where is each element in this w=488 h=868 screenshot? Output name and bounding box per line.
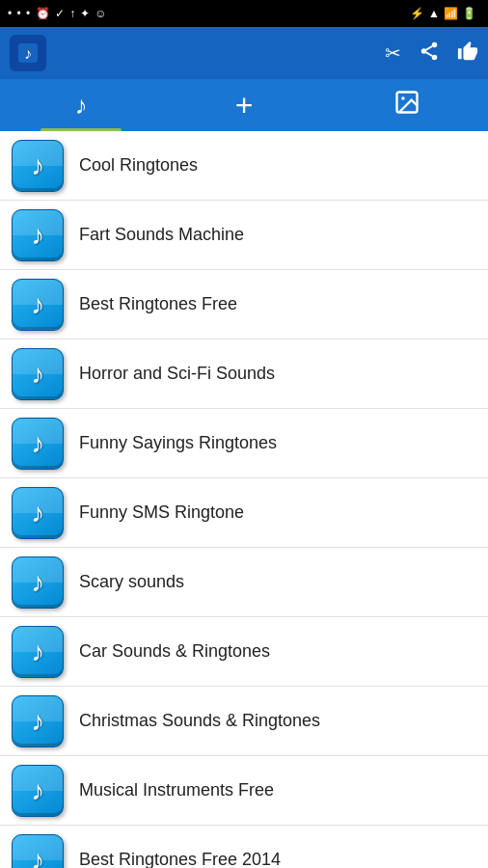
list-item[interactable]: ♪ Musical Instruments Free [0, 756, 488, 826]
item-label-7: Scary sounds [79, 572, 184, 592]
list-item[interactable]: ♪ Cool Ringtones [0, 131, 488, 201]
music-icon-box-4: ♪ [12, 348, 64, 400]
tab-image[interactable] [325, 79, 488, 131]
list-item[interactable]: ♪ Horror and Sci-Fi Sounds [0, 339, 488, 409]
title-bar: ♪ ✂ [0, 27, 488, 79]
music-tab-icon: ♪ [75, 91, 88, 121]
add-tab-icon: + [235, 88, 254, 123]
ringtone-list: ♪ Cool Ringtones ♪ Fart Sounds Machine ♪… [0, 131, 488, 868]
item-label-9: Christmas Sounds & Ringtones [79, 711, 320, 731]
list-item[interactable]: ♪ Fart Sounds Machine [0, 201, 488, 270]
share-button[interactable] [419, 41, 440, 67]
item-label-5: Funny Sayings Ringtones [79, 433, 277, 453]
music-icon-box-10: ♪ [12, 765, 64, 817]
svg-line-7 [426, 45, 432, 49]
app-icon-svg: ♪ [14, 40, 41, 67]
music-icon-box-5: ♪ [12, 418, 64, 470]
music-icon-box-3: ♪ [12, 279, 64, 331]
tab-add[interactable]: + [163, 79, 326, 131]
list-item[interactable]: ♪ Best Ringtones Free 2014 [0, 826, 488, 868]
music-note-icon: ♪ [31, 775, 44, 806]
image-icon-svg [393, 89, 420, 116]
app-icon: ♪ [10, 35, 46, 71]
title-actions: ✂ [385, 41, 478, 67]
list-item[interactable]: ♪ Best Ringtones Free [0, 270, 488, 339]
item-label-11: Best Ringtones Free 2014 [79, 850, 281, 868]
item-label-3: Best Ringtones Free [79, 294, 237, 314]
item-label-1: Cool Ringtones [79, 155, 198, 176]
status-icon-check: ✓ [55, 7, 65, 20]
share-icon [419, 41, 440, 62]
music-icon-box-11: ♪ [12, 834, 64, 869]
music-note-icon: ♪ [31, 428, 44, 459]
music-icon-box-8: ♪ [12, 626, 64, 678]
status-icon-alarm: ⏰ [36, 7, 50, 20]
item-label-10: Musical Instruments Free [79, 780, 274, 800]
music-icon-box-2: ♪ [12, 209, 64, 261]
list-item[interactable]: ♪ Funny Sayings Ringtones [0, 409, 488, 478]
image-tab-icon [393, 89, 420, 122]
music-icon-box-9: ♪ [12, 695, 64, 747]
signal-icon: 📶 [444, 7, 458, 20]
tab-music[interactable]: ♪ [0, 79, 163, 131]
music-note-icon: ♪ [31, 637, 44, 667]
status-right: ⚡ ▲ 📶 🔋 [410, 7, 480, 20]
status-icon-game: ☺ [95, 7, 106, 20]
wifi-icon: ▲ [428, 7, 440, 20]
music-note-icon: ♪ [31, 706, 44, 737]
list-item[interactable]: ♪ Scary sounds [0, 548, 488, 617]
music-note-icon: ♪ [31, 289, 44, 320]
item-label-8: Car Sounds & Ringtones [79, 641, 270, 662]
music-note-icon: ♪ [31, 359, 44, 390]
status-icon-up: ↑ [69, 7, 75, 20]
svg-line-6 [426, 52, 432, 56]
bluetooth-icon: ⚡ [410, 7, 424, 20]
status-bar: • • • ⏰ ✓ ↑ ✦ ☺ ⚡ ▲ 📶 🔋 [0, 0, 488, 27]
svg-text:♪: ♪ [24, 45, 32, 62]
music-icon-box-7: ♪ [12, 556, 64, 609]
music-note-icon: ♪ [31, 150, 44, 181]
item-label-2: Fart Sounds Machine [79, 225, 244, 245]
svg-point-9 [401, 96, 405, 100]
item-label-4: Horror and Sci-Fi Sounds [79, 364, 275, 384]
music-note-icon: ♪ [31, 567, 44, 598]
list-item[interactable]: ♪ Car Sounds & Ringtones [0, 617, 488, 687]
list-item[interactable]: ♪ Christmas Sounds & Ringtones [0, 687, 488, 756]
tab-bar: ♪ + [0, 79, 488, 131]
like-button[interactable] [457, 41, 478, 67]
music-icon-box-1: ♪ [12, 140, 64, 192]
music-note-icon: ♪ [31, 498, 44, 529]
battery-icon: 🔋 [462, 7, 476, 20]
scissors-button[interactable]: ✂ [385, 41, 401, 65]
svg-point-3 [432, 41, 438, 47]
svg-point-5 [432, 54, 438, 59]
status-left: • • • ⏰ ✓ ↑ ✦ ☺ [8, 7, 107, 20]
music-icon-box-6: ♪ [12, 487, 64, 539]
music-note-icon: ♪ [31, 845, 44, 869]
thumbs-up-icon [457, 41, 478, 62]
item-label-6: Funny SMS Ringtone [79, 502, 244, 523]
music-note-icon: ♪ [31, 220, 44, 251]
status-dots: • • • [8, 7, 31, 20]
status-icon-tag: ✦ [80, 7, 90, 20]
svg-point-4 [421, 48, 427, 54]
list-item[interactable]: ♪ Funny SMS Ringtone [0, 478, 488, 548]
